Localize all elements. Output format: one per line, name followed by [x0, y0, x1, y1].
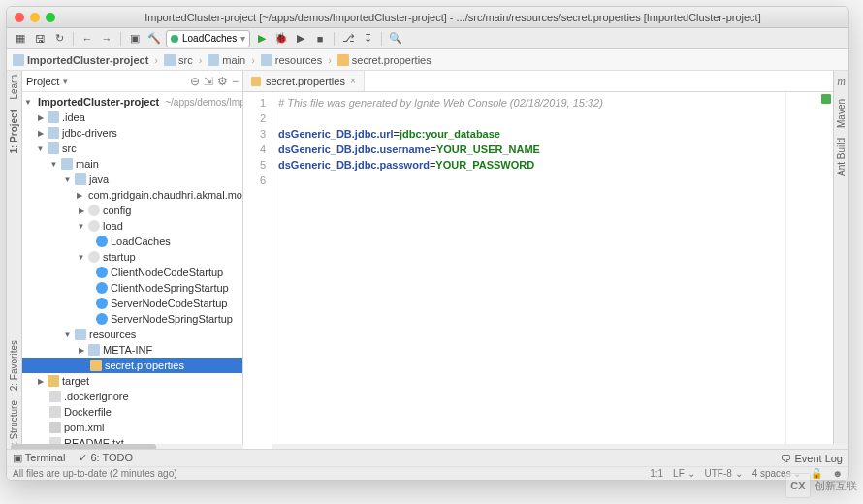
hide-icon[interactable]: − [232, 75, 239, 88]
hammer-icon[interactable]: 🔨 [146, 31, 162, 47]
eventlog-label: Event Log [794, 453, 843, 464]
open-icon[interactable]: ▦ [13, 31, 28, 47]
tree-loadcaches[interactable]: LoadCaches [22, 234, 242, 249]
tree-load[interactable]: load [22, 218, 242, 234]
tree-cls3[interactable]: ServerNodeCodeStartup [22, 296, 242, 311]
close-tab-icon[interactable]: × [350, 76, 356, 86]
tree-jdbc[interactable]: jdbc-drivers [22, 125, 242, 141]
event-log-tab[interactable]: 🗨 Event Log [781, 453, 843, 464]
tree-cls4[interactable]: ServerNodeSpringStartup [22, 311, 242, 327]
project-tool-tab[interactable]: 1: Project [9, 110, 19, 154]
expand-icon[interactable] [77, 191, 82, 200]
project-tree[interactable]: ImportedCluster-project~/apps/demos/Impo… [22, 92, 242, 451]
line-no: 3 [243, 126, 266, 142]
class-icon [96, 298, 108, 309]
expand-icon[interactable]: ⇲ [204, 75, 213, 88]
right-margin [785, 92, 786, 451]
maven-tool-tab[interactable]: Maven [836, 99, 847, 128]
tree-metainf[interactable]: META-INF [22, 342, 242, 358]
package-icon [88, 251, 100, 263]
expand-icon[interactable] [63, 331, 72, 339]
caret-position[interactable]: 1:1 [650, 468, 663, 479]
breadcrumb-file[interactable]: secret.properties [337, 54, 432, 66]
learn-tab[interactable]: Learn [9, 75, 19, 100]
expand-icon[interactable] [36, 377, 45, 386]
tree-pkg-model[interactable]: com.gridgain.chaudhri.akmal.model [22, 187, 242, 203]
source-folder-icon [75, 173, 86, 185]
breadcrumb-root[interactable]: ImportedCluster-project [13, 54, 148, 66]
tree-label: com.gridgain.chaudhri.akmal.model [88, 189, 242, 201]
project-view-selector[interactable]: Project [26, 76, 59, 87]
prop-val: YOUR_PASSWORD [435, 159, 534, 171]
class-icon [96, 282, 108, 294]
favorites-tool-tab[interactable]: 2: Favorites [9, 340, 19, 391]
expand-icon[interactable] [63, 175, 72, 184]
close-icon[interactable] [15, 13, 24, 22]
terminal-tab[interactable]: ▣ Terminal [13, 452, 65, 464]
tree-startup[interactable]: startup [22, 249, 242, 265]
debug-icon[interactable]: 🐞 [273, 31, 289, 47]
tree-config[interactable]: config [22, 203, 242, 218]
tree-label: startup [103, 251, 136, 263]
project-panel-tools: ⊖ ⇲ ⚙ − [190, 75, 239, 88]
refresh-icon[interactable]: ↻ [51, 31, 67, 47]
breadcrumb-main[interactable]: main [208, 54, 245, 66]
folder-icon [48, 142, 59, 154]
collapse-all-icon[interactable]: ⊖ [190, 75, 200, 88]
coverage-icon[interactable]: ▶ [293, 31, 308, 47]
expand-icon[interactable] [36, 129, 45, 138]
prop-val: jdbc:your_database [400, 128, 500, 140]
forward-icon[interactable]: → [99, 31, 114, 47]
tree-cls1[interactable]: ClientNodeCodeStartup [22, 265, 242, 280]
tree-pom[interactable]: pom.xml [22, 420, 242, 435]
minimize-icon[interactable] [30, 13, 40, 22]
tree-cls2[interactable]: ClientNodeSpringStartup [22, 280, 242, 296]
expand-icon[interactable] [36, 113, 45, 122]
tree-resources[interactable]: resources [22, 327, 242, 342]
lf-label: LF [673, 468, 685, 479]
main-toolbar: ▦ 🖫 ↻ ← → ▣ 🔨 LoadCaches ▾ ▶ 🐞 ▶ ■ ⎇ ↧ 🔍 [7, 28, 848, 49]
separator [334, 32, 335, 46]
prop-key: dsGeneric_DB.jdbc.username [278, 143, 431, 155]
class-icon [96, 313, 108, 325]
build-icon[interactable]: ▣ [127, 31, 143, 47]
search-icon[interactable]: 🔍 [388, 31, 403, 47]
tree-idea[interactable]: .idea [22, 110, 242, 125]
tree-main[interactable]: main [22, 156, 242, 172]
line-separator[interactable]: LF ⌄ [673, 468, 694, 479]
expand-icon[interactable] [77, 253, 85, 262]
run-config-selector[interactable]: LoadCaches ▾ [166, 30, 250, 47]
expand-icon[interactable] [49, 160, 58, 169]
encoding[interactable]: UTF-8 ⌄ [705, 468, 743, 479]
stop-icon[interactable]: ■ [312, 31, 328, 47]
tree-src[interactable]: src [22, 141, 242, 156]
vcs-icon[interactable]: ⎇ [340, 31, 356, 47]
expand-icon[interactable] [77, 206, 85, 215]
breadcrumb-src[interactable]: src [164, 54, 193, 66]
breadcrumb-resources[interactable]: resources [261, 54, 322, 66]
tree-java[interactable]: java [22, 172, 242, 187]
run-icon[interactable]: ▶ [254, 31, 270, 47]
expand-icon[interactable] [77, 346, 85, 355]
gear-icon[interactable]: ⚙ [217, 75, 228, 88]
tree-dockerfile[interactable]: Dockerfile [22, 404, 242, 420]
tree-dockerignore[interactable]: .dockerignore [22, 389, 242, 404]
tree-secret-properties[interactable]: secret.properties [22, 358, 242, 373]
code-content[interactable]: # This file was generated by Ignite Web … [272, 92, 833, 451]
tree-label: ServerNodeCodeStartup [111, 298, 227, 309]
tree-target[interactable]: target [22, 373, 242, 389]
tree-root[interactable]: ImportedCluster-project~/apps/demos/Impo… [22, 94, 242, 110]
class-icon [96, 236, 108, 247]
save-icon[interactable]: 🖫 [32, 31, 48, 47]
update-icon[interactable]: ↧ [360, 31, 375, 47]
code-area[interactable]: 1 2 3 4 5 6 # This file was generated by… [243, 92, 833, 451]
back-icon[interactable]: ← [80, 31, 95, 47]
chevron-down-icon: ▾ [240, 33, 245, 44]
expand-icon[interactable] [77, 222, 85, 231]
expand-icon[interactable] [24, 98, 32, 107]
todo-tab[interactable]: ✓ 6: TODO [79, 452, 133, 464]
tab-secret-properties[interactable]: secret.properties × [243, 71, 365, 91]
expand-icon[interactable] [36, 144, 45, 153]
maximize-icon[interactable] [46, 13, 55, 22]
ant-build-tool-tab[interactable]: Ant Build [836, 138, 847, 176]
